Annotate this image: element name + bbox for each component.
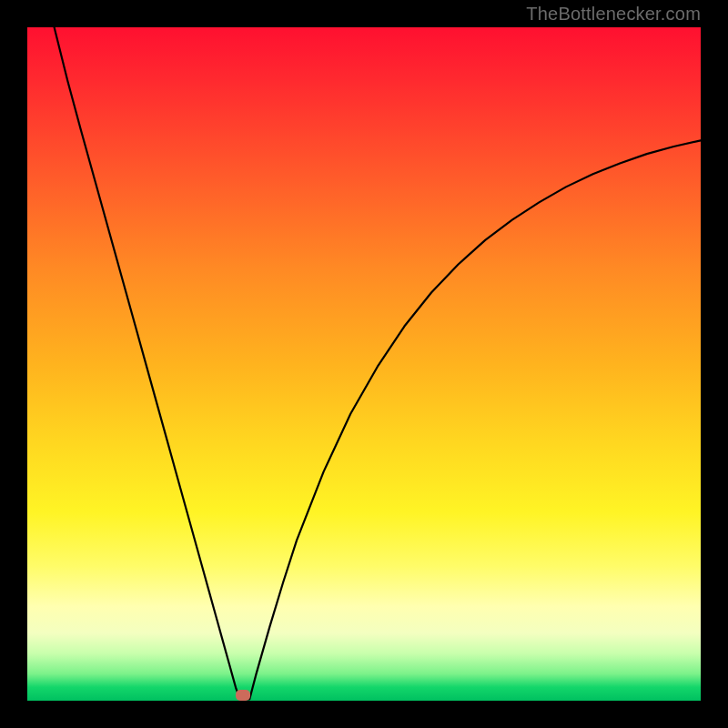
chart-frame: TheBottlenecker.com — [0, 0, 728, 728]
optimal-point-marker — [236, 690, 250, 701]
bottleneck-curve — [27, 27, 701, 701]
attribution-text: TheBottlenecker.com — [526, 4, 701, 25]
plot-area — [27, 27, 701, 701]
